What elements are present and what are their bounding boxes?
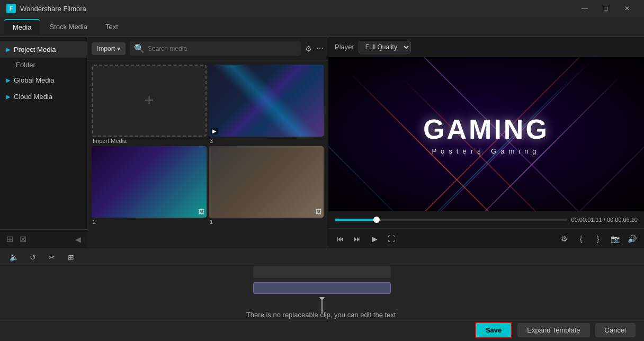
sidebar-bottom-toolbar: ⊞ ⊠ ◀ <box>0 229 87 248</box>
plus-icon: + <box>144 91 154 110</box>
template-overlay: 🔈 ↺ ✂ ⊞ There is no replaceable clip, yo… <box>0 248 644 341</box>
media-image-icon-1: 🖼 <box>315 208 321 216</box>
sidebar-label-global-media: Global Media <box>14 76 55 84</box>
media-thumb-3[interactable]: ▶ <box>209 65 324 137</box>
main-area: ▶ Project Media Folder ▶ Global Media ▶ … <box>0 37 644 248</box>
search-wrapper: 🔍 <box>130 41 301 56</box>
media-label-1: 1 <box>209 219 324 225</box>
play-button[interactable]: ▶ <box>366 231 382 247</box>
import-placeholder-thumb[interactable]: + <box>92 65 207 137</box>
volume-button[interactable]: 🔊 <box>624 231 640 247</box>
app-logo: F <box>6 4 16 13</box>
import-label: Import <box>97 45 115 52</box>
sidebar-item-folder[interactable]: Folder <box>0 58 87 72</box>
arrow-icon-global: ▶ <box>6 77 11 83</box>
timeline-icon-4[interactable]: ⊞ <box>64 250 78 265</box>
current-time: 00:00:01:11 <box>571 217 602 223</box>
media-label-3: 3 <box>209 138 324 144</box>
snapshot-button[interactable]: 📷 <box>607 231 623 247</box>
media-image-icon: 🖼 <box>198 208 204 216</box>
arrow-icon: ▶ <box>6 47 11 52</box>
tab-media[interactable]: Media <box>4 19 40 34</box>
timeline-toolbar: 🔈 ↺ ✂ ⊞ <box>0 248 644 266</box>
sidebar-item-global-media[interactable]: ▶ Global Media <box>0 72 87 88</box>
search-input[interactable] <box>148 45 297 52</box>
preview-main-title: GAMING <box>423 113 549 145</box>
expand-template-button[interactable]: Expand Template <box>517 323 589 337</box>
template-actions: Save Expand Template Cancel <box>0 319 644 341</box>
preview-subtitle: Posters Gaming <box>423 147 549 155</box>
media-type-badge: ▶ <box>211 128 218 134</box>
player-buttons-bar: ⏮ ⏭ ▶ ⛶ ⚙ { } 📷 🔊 <box>328 228 644 248</box>
import-chevron-icon: ▾ <box>117 45 120 52</box>
step-forward-button[interactable]: ⏭ <box>350 231 365 247</box>
preview-container: GAMING Posters Gaming <box>328 57 644 211</box>
media-label-2: 2 <box>92 219 207 225</box>
collapse-sidebar-icon[interactable]: ◀ <box>75 235 81 244</box>
sidebar: ▶ Project Media Folder ▶ Global Media ▶ … <box>0 37 87 248</box>
minimize-button[interactable]: — <box>574 0 595 17</box>
more-options-icon[interactable]: ⋯ <box>316 44 324 53</box>
save-button[interactable]: Save <box>475 322 512 338</box>
timeline-icon-3[interactable]: ✂ <box>44 250 59 265</box>
media-item-3[interactable]: ▶ 3 <box>209 65 324 144</box>
bracket-close-button[interactable]: } <box>590 231 606 247</box>
titlebar-left: F Wondershare Filmora <box>6 4 86 13</box>
media-thumb-1[interactable]: 🖼 <box>209 146 324 218</box>
progress-handle[interactable] <box>373 217 380 223</box>
close-button[interactable]: ✕ <box>616 0 638 17</box>
bracket-open-button[interactable]: { <box>573 231 589 247</box>
maximize-button[interactable]: □ <box>595 0 616 17</box>
player-progress-bar-area: 00:00:01:11 / 00:00:06:10 <box>328 211 644 228</box>
crop-button[interactable]: ⛶ <box>383 231 399 247</box>
media-item-import[interactable]: + Import Media <box>92 65 207 144</box>
new-sequence-icon[interactable]: ⊞ <box>6 234 13 244</box>
player-area: Player Full Quality 1/2 Quality 1/4 Qual… <box>328 37 644 248</box>
search-icon: 🔍 <box>134 43 145 53</box>
media-label-import: Import Media <box>92 138 207 144</box>
arrow-icon-cloud: ▶ <box>6 94 11 100</box>
time-display: 00:00:01:11 / 00:00:06:10 <box>571 217 638 223</box>
preview-text-overlay: GAMING Posters Gaming <box>423 113 549 155</box>
sidebar-label-project-media: Project Media <box>14 46 56 53</box>
step-back-button[interactable]: ⏮ <box>333 231 348 247</box>
template-bar-2[interactable] <box>253 282 391 294</box>
sidebar-item-project-media[interactable]: ▶ Project Media <box>0 41 87 58</box>
player-secondary-controls: ⚙ { } 📷 🔊 <box>556 231 640 247</box>
tab-text[interactable]: Text <box>97 20 127 34</box>
open-folder-icon[interactable]: ⊠ <box>20 234 26 244</box>
template-content: There is no replaceable clip, you can ed… <box>0 266 644 319</box>
media-thumb-2[interactable]: 🖼 <box>92 146 207 218</box>
tab-bar: Media Stock Media Text <box>0 17 644 37</box>
media-item-1[interactable]: 🖼 1 <box>209 146 324 226</box>
player-header: Player Full Quality 1/2 Quality 1/4 Qual… <box>328 37 644 57</box>
settings-button[interactable]: ⚙ <box>556 231 572 247</box>
sidebar-label-cloud-media: Cloud Media <box>14 93 52 101</box>
media-grid: + Import Media ▶ 3 🖼 2 🖼 <box>87 60 328 248</box>
cancel-button[interactable]: Cancel <box>595 323 636 337</box>
timeline-icon-1[interactable]: 🔈 <box>6 250 21 265</box>
tab-stock-media[interactable]: Stock Media <box>41 20 96 34</box>
media-item-2[interactable]: 🖼 2 <box>92 146 207 226</box>
media-panel: Import ▾ 🔍 ⚙ ⋯ + Import Media ▶ <box>87 37 328 248</box>
import-button[interactable]: Import ▾ <box>92 42 126 55</box>
media-toolbar: Import ▾ 🔍 ⚙ ⋯ <box>87 37 328 60</box>
window-controls: — □ ✕ <box>574 0 638 17</box>
filter-icon[interactable]: ⚙ <box>305 44 312 53</box>
progress-bar[interactable] <box>335 219 567 221</box>
titlebar: F Wondershare Filmora — □ ✕ <box>0 0 644 17</box>
player-main-controls: ⏮ ⏭ ▶ ⛶ <box>333 231 399 247</box>
template-bar-1 <box>253 266 391 278</box>
sidebar-label-folder: Folder <box>16 61 35 69</box>
player-label: Player <box>335 43 354 51</box>
app-title: Wondershare Filmora <box>20 5 86 13</box>
total-time: 00:00:06:10 <box>607 217 638 223</box>
progress-fill <box>335 219 377 221</box>
template-bars <box>253 266 391 294</box>
sidebar-item-cloud-media[interactable]: ▶ Cloud Media <box>0 88 87 105</box>
quality-select[interactable]: Full Quality 1/2 Quality 1/4 Quality <box>359 41 411 53</box>
timeline-icon-2[interactable]: ↺ <box>25 250 40 265</box>
